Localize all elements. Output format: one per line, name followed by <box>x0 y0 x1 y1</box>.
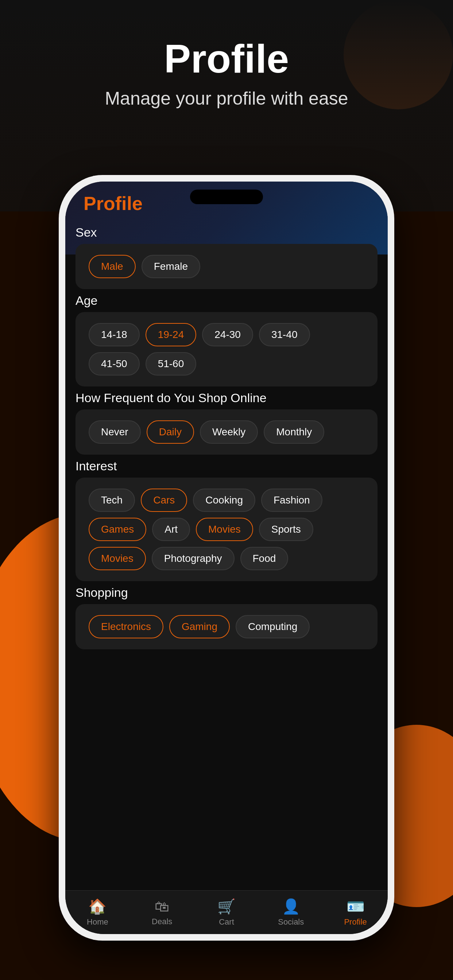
freq-daily[interactable]: Daily <box>147 420 194 444</box>
sex-label: Sex <box>75 225 378 240</box>
shopping-card: Electronics Gaming Computing <box>75 604 378 649</box>
age-card: 14-18 19-24 24-30 31-40 41-50 51-60 <box>75 312 378 387</box>
freq-weekly[interactable]: Weekly <box>200 420 258 444</box>
page-title: Profile <box>0 37 453 81</box>
nav-item-socials[interactable]: 👤 Socials <box>258 898 323 927</box>
shopping-options: Electronics Gaming Computing <box>89 615 364 638</box>
sex-male-option[interactable]: Male <box>89 255 136 278</box>
header-section: Profile Manage your profile with ease <box>0 37 453 109</box>
bottom-nav: 🏠 Home 🛍 Deals 🛒 Cart 👤 Socials 🪪 <box>65 890 388 934</box>
interest-label: Interest <box>75 459 378 473</box>
age-section-label: Age <box>65 293 388 308</box>
deals-icon: 🛍 <box>155 898 169 915</box>
shopping-label: Shopping <box>75 585 378 600</box>
page-subtitle: Manage your profile with ease <box>0 88 453 109</box>
age-41-50[interactable]: 41-50 <box>89 352 140 375</box>
interest-movies-1[interactable]: Movies <box>196 518 253 541</box>
age-51-60[interactable]: 51-60 <box>145 352 196 375</box>
sex-card: Male Female <box>75 244 378 289</box>
shopping-section-label: Shopping <box>65 585 388 600</box>
interest-section-label: Interest <box>65 459 388 473</box>
age-19-24[interactable]: 19-24 <box>145 323 196 346</box>
interest-options: Tech Cars Cooking Fashion Games Art Movi… <box>89 488 364 570</box>
nav-label-home: Home <box>87 917 108 927</box>
freq-never[interactable]: Never <box>89 420 141 444</box>
age-label: Age <box>75 293 378 308</box>
interest-food[interactable]: Food <box>240 547 289 570</box>
nav-label-cart: Cart <box>219 917 234 927</box>
frequency-options: Never Daily Weekly Monthly <box>89 420 364 444</box>
interest-tech[interactable]: Tech <box>89 488 135 512</box>
age-options: 14-18 19-24 24-30 31-40 41-50 51-60 <box>89 323 364 375</box>
nav-item-home[interactable]: 🏠 Home <box>65 898 130 927</box>
interest-art[interactable]: Art <box>152 518 190 541</box>
nav-item-deals[interactable]: 🛍 Deals <box>130 898 195 926</box>
sex-female-option[interactable]: Female <box>142 255 200 278</box>
nav-item-cart[interactable]: 🛒 Cart <box>195 898 259 927</box>
dynamic-island <box>190 189 263 204</box>
sex-options: Male Female <box>89 255 364 278</box>
home-icon: 🏠 <box>88 898 107 915</box>
nav-label-deals: Deals <box>152 917 172 926</box>
nav-label-socials: Socials <box>278 917 304 927</box>
phone-mockup: 22:25 📶 📡 53% 🔋 Profile Sex <box>59 175 394 940</box>
sex-section-label: Sex <box>65 225 388 240</box>
interest-sports[interactable]: Sports <box>259 518 313 541</box>
shopping-gaming[interactable]: Gaming <box>169 615 230 638</box>
profile-section-title: Profile <box>83 193 143 214</box>
socials-icon: 👤 <box>282 898 300 915</box>
cart-icon: 🛒 <box>217 898 236 915</box>
age-24-30[interactable]: 24-30 <box>202 323 253 346</box>
interest-fashion[interactable]: Fashion <box>261 488 322 512</box>
interest-cars[interactable]: Cars <box>141 488 187 512</box>
phone-screen: 22:25 📶 📡 53% 🔋 Profile Sex <box>65 181 388 934</box>
shopping-computing[interactable]: Computing <box>236 615 309 638</box>
frequency-section-label: How Frequent do You Shop Online <box>65 391 388 405</box>
interest-card: Tech Cars Cooking Fashion Games Art Movi… <box>75 477 378 581</box>
profile-nav-icon: 🪪 <box>346 898 365 915</box>
interest-cooking[interactable]: Cooking <box>193 488 255 512</box>
shopping-electronics[interactable]: Electronics <box>89 615 163 638</box>
nav-item-profile[interactable]: 🪪 Profile <box>323 898 388 927</box>
age-31-40[interactable]: 31-40 <box>259 323 310 346</box>
interest-photography[interactable]: Photography <box>152 547 234 570</box>
age-14-18[interactable]: 14-18 <box>89 323 140 346</box>
frequency-card: Never Daily Weekly Monthly <box>75 409 378 455</box>
interest-movies-2[interactable]: Movies <box>89 547 146 570</box>
freq-monthly[interactable]: Monthly <box>264 420 324 444</box>
frequency-label: How Frequent do You Shop Online <box>75 391 378 405</box>
interest-games[interactable]: Games <box>89 518 146 541</box>
scroll-area[interactable]: Profile Sex Male Female Age <box>65 181 388 890</box>
nav-label-profile: Profile <box>344 917 367 927</box>
phone-outer-frame: 22:25 📶 📡 53% 🔋 Profile Sex <box>59 175 394 940</box>
